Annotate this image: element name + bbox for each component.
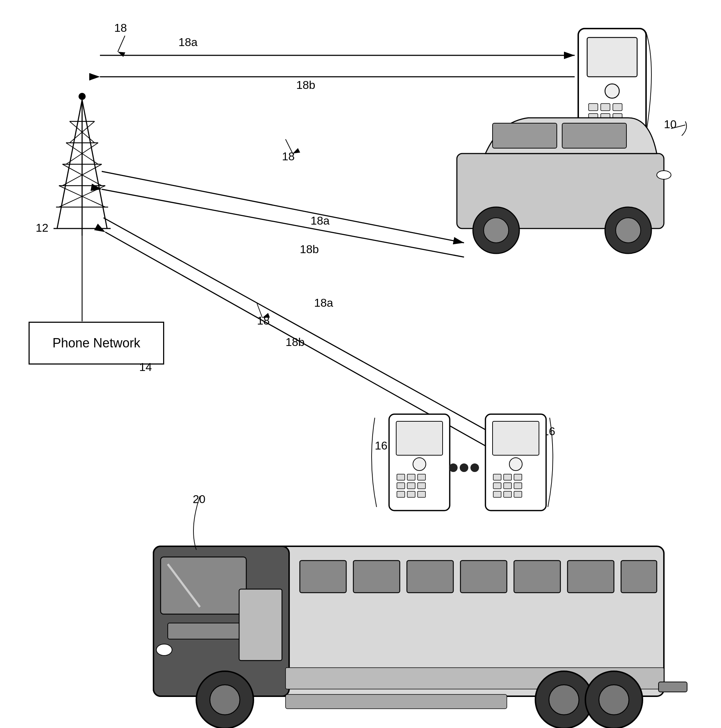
svg-rect-92 [568, 561, 614, 593]
svg-rect-78 [504, 491, 512, 497]
svg-rect-90 [460, 561, 507, 593]
svg-rect-46 [562, 123, 626, 148]
svg-point-100 [599, 685, 629, 715]
svg-rect-86 [239, 589, 282, 661]
svg-point-98 [549, 685, 579, 715]
svg-line-25 [118, 36, 125, 52]
svg-rect-56 [397, 474, 405, 480]
svg-rect-76 [514, 483, 522, 489]
svg-rect-71 [493, 474, 501, 480]
svg-rect-79 [514, 491, 522, 497]
svg-line-52 [671, 125, 685, 128]
svg-point-48 [484, 218, 509, 243]
main-diagram-svg [0, 0, 721, 728]
svg-point-70 [509, 458, 522, 471]
svg-rect-91 [514, 561, 561, 593]
svg-rect-101 [286, 694, 507, 709]
diagram-container: Phone Network 18 18a 18b 16 10 12 14 18 … [0, 0, 721, 728]
svg-point-84 [156, 644, 172, 656]
svg-rect-33 [587, 37, 637, 77]
svg-rect-87 [300, 561, 346, 593]
svg-line-26 [102, 171, 464, 243]
svg-point-67 [470, 463, 479, 472]
svg-rect-61 [418, 483, 425, 489]
svg-point-65 [449, 463, 458, 472]
svg-rect-60 [407, 483, 415, 489]
svg-rect-37 [613, 104, 622, 111]
svg-rect-57 [407, 474, 415, 480]
svg-point-66 [460, 463, 468, 472]
svg-rect-58 [418, 474, 425, 480]
svg-line-29 [104, 218, 528, 453]
svg-rect-72 [504, 474, 512, 480]
svg-rect-102 [658, 682, 687, 692]
svg-point-34 [605, 84, 619, 98]
svg-rect-54 [396, 421, 443, 455]
svg-line-28 [286, 139, 293, 153]
svg-rect-88 [353, 561, 400, 593]
svg-rect-82 [160, 557, 246, 614]
svg-point-55 [413, 458, 426, 471]
svg-rect-45 [493, 123, 557, 148]
svg-point-50 [616, 218, 641, 243]
svg-rect-77 [493, 491, 501, 497]
svg-rect-89 [407, 561, 453, 593]
svg-rect-36 [601, 104, 610, 111]
svg-rect-69 [493, 421, 539, 455]
svg-rect-35 [588, 104, 598, 111]
svg-point-20 [78, 93, 86, 100]
svg-rect-63 [407, 491, 415, 497]
svg-rect-75 [504, 483, 512, 489]
svg-rect-59 [397, 483, 405, 489]
svg-rect-73 [514, 474, 522, 480]
svg-rect-62 [397, 491, 405, 497]
svg-point-51 [657, 171, 671, 179]
svg-point-96 [210, 685, 240, 715]
svg-rect-74 [493, 483, 501, 489]
svg-rect-93 [621, 561, 657, 593]
svg-rect-64 [418, 491, 425, 497]
